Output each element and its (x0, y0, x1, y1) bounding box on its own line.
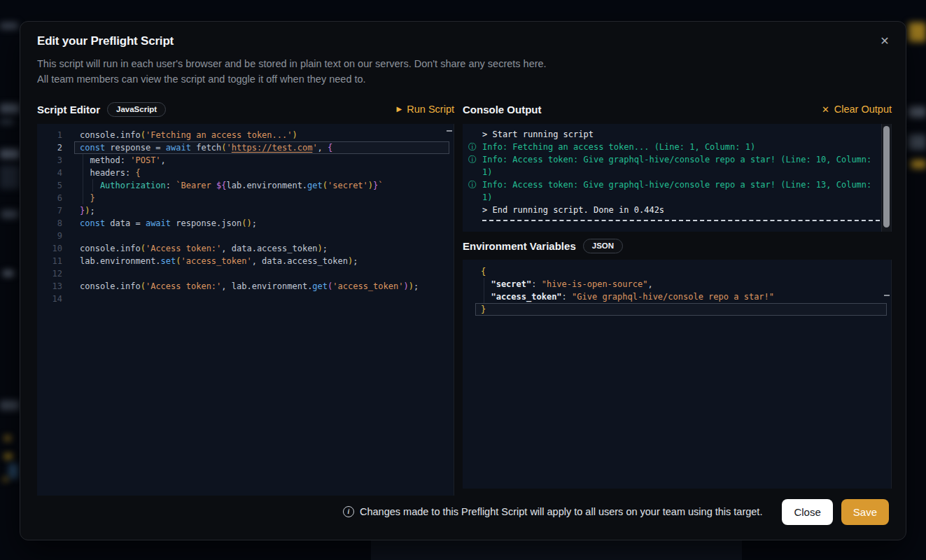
code-line[interactable]: 9 (37, 230, 454, 242)
console-line-text: > Start running script (482, 128, 880, 141)
footer-notice: i Changes made to this Preflight Script … (343, 506, 762, 517)
line-number: 12 (37, 267, 62, 280)
line-number: 2 (37, 141, 62, 154)
code-line[interactable]: 7}); (37, 204, 454, 217)
info-circle-icon: ⓘ (468, 178, 482, 204)
modal-footer: i Changes made to this Preflight Script … (37, 498, 889, 526)
json-badge: JSON (583, 239, 623, 253)
code-line[interactable]: "access_token": "Give graphql-hive/conso… (463, 290, 891, 303)
code-line[interactable]: 5Authorization: `Bearer ${lab.environmen… (37, 179, 454, 192)
line-number: 14 (37, 293, 62, 305)
line-number: 3 (37, 154, 62, 167)
code-line[interactable]: 10console.info('Access token:', data.acc… (37, 242, 454, 255)
console-line: > End running script. Done in 0.442s (468, 204, 891, 216)
background-blur (909, 134, 926, 150)
background-blur (0, 104, 20, 113)
background-blur (0, 119, 14, 125)
console-line: ⓘInfo: Fetching an access token... (Line… (468, 141, 891, 153)
console-line: > Start running script (468, 128, 891, 141)
background-blur (4, 454, 13, 459)
line-number: 13 (37, 280, 62, 293)
indent-guide (90, 179, 99, 192)
console-line: ⓘInfo: Access token: Give graphql-hive/c… (468, 153, 891, 178)
run-script-button[interactable]: ▶ Run Script (397, 104, 454, 115)
console-line-text: > End running script. Done in 0.442s (482, 204, 880, 216)
background-bottom-panel (371, 540, 742, 560)
code-line[interactable]: 12 (37, 267, 454, 280)
play-icon: ▶ (397, 106, 402, 113)
environment-variables-editor[interactable]: {"secret": "hive-is-open-source","access… (463, 260, 892, 489)
code-line[interactable]: 2const response = await fetch('https://t… (37, 141, 454, 154)
console-output-title: Console Output (463, 104, 542, 115)
save-button[interactable]: Save (841, 499, 889, 525)
footer-notice-text: Changes made to this Preflight Script wi… (360, 506, 762, 517)
line-number: 9 (37, 230, 62, 242)
line-number: 6 (37, 192, 62, 204)
background-blur (911, 160, 926, 169)
background-blur (4, 435, 11, 441)
background-blur (0, 22, 18, 29)
info-circle-icon: ⓘ (468, 153, 482, 178)
background-blur (909, 106, 926, 118)
javascript-badge: JavaScript (107, 102, 166, 117)
clear-output-label: Clear Output (834, 104, 892, 115)
close-icon[interactable]: ✕ (875, 31, 895, 51)
info-circle-icon: ⓘ (468, 141, 482, 153)
background-blur (0, 165, 20, 189)
clear-icon: ✕ (822, 105, 829, 114)
code-line[interactable]: 8const data = await response.json(); (37, 217, 454, 230)
background-blur (3, 477, 8, 482)
active-line-highlight (475, 303, 887, 316)
indent-guide (80, 192, 90, 204)
background-blur (3, 270, 14, 276)
code-line[interactable]: 3method: 'POST', (37, 154, 454, 167)
indent-guide (481, 290, 491, 303)
console-line-text: Info: Fetching an access token... (Line:… (482, 141, 880, 153)
code-line[interactable]: "secret": "hive-is-open-source", (463, 278, 891, 290)
line-number: 10 (37, 242, 62, 255)
script-editor-title: Script Editor (37, 104, 100, 115)
console-line-indent (468, 204, 482, 216)
background-blur (1, 210, 18, 218)
environment-variables-title: Environment Variables (463, 240, 576, 252)
code-line[interactable]: 1console.info('Fetching an access token.… (37, 129, 454, 141)
code-line[interactable]: 11lab.environment.set('access_token', da… (37, 255, 454, 267)
console-line-indent (468, 128, 482, 141)
info-icon: i (343, 506, 354, 517)
modal-title: Edit your Preflight Script (37, 34, 857, 48)
code-line[interactable]: 6} (37, 192, 454, 204)
script-editor-header: Script Editor JavaScript ▶ Run Script (37, 99, 454, 120)
script-editor[interactable]: 1console.info('Fetching an access token.… (37, 124, 454, 496)
console-separator (482, 220, 880, 221)
environment-variables-header: Environment Variables JSON (463, 235, 892, 256)
indent-guide (481, 278, 491, 290)
code-line[interactable]: 14 (37, 293, 454, 305)
code-line[interactable]: 13console.info('Access token:', lab.envi… (37, 280, 454, 293)
line-number: 4 (37, 167, 62, 179)
indent-guide (80, 167, 90, 179)
code-line[interactable]: { (463, 265, 891, 278)
console-scrollbar[interactable] (881, 124, 891, 232)
console-output-panel[interactable]: > Start running scriptⓘInfo: Fetching an… (463, 124, 892, 232)
background-blur (0, 400, 20, 410)
modal-header: Edit your Preflight Script This script w… (37, 34, 857, 87)
background-blur (8, 463, 18, 479)
console-scrollbar-thumb[interactable] (883, 126, 890, 227)
close-button[interactable]: Close (782, 499, 832, 525)
code-line[interactable]: 4headers: { (37, 167, 454, 179)
console-line-text: Info: Access token: Give graphql-hive/co… (482, 153, 880, 178)
line-number: 5 (37, 179, 62, 192)
line-number: 11 (37, 255, 62, 267)
clear-output-button[interactable]: ✕ Clear Output (822, 104, 892, 115)
indent-guide (80, 154, 90, 167)
background-blur (909, 22, 926, 42)
preflight-script-modal: ✕ Edit your Preflight Script This script… (20, 21, 906, 540)
active-line-highlight (74, 141, 449, 154)
line-number: 8 (37, 217, 62, 230)
line-number: 7 (37, 204, 62, 217)
indent-guide (80, 179, 90, 192)
run-script-label: Run Script (407, 104, 454, 115)
modal-description-line1: This script will run in each user's brow… (37, 56, 857, 71)
code-line[interactable]: } (463, 303, 891, 316)
console-line-text: Info: Access token: Give graphql-hive/co… (482, 178, 880, 204)
